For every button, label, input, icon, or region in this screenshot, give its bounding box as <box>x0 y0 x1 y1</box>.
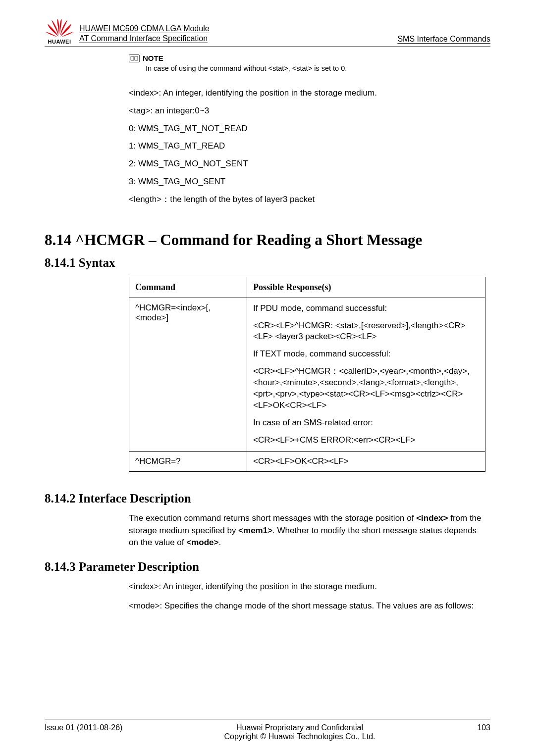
header-section-name: SMS Interface Commands <box>397 35 490 45</box>
page-footer: Issue 01 (2011-08-26) Huawei Proprietary… <box>45 719 490 741</box>
doc-title: HUAWEI MC509 CDMA LGA Module AT Command … <box>79 24 210 45</box>
para-length: <length>：the length of the bytes of laye… <box>129 194 485 205</box>
param-desc-index: <index>: An integer, identifying the pos… <box>129 581 485 593</box>
intf-text: The execution command returns short mess… <box>129 513 416 523</box>
interface-description-text: The execution command returns short mess… <box>129 512 485 549</box>
footer-page-number: 103 <box>451 723 490 732</box>
heading-hcmgr: 8.14 ^HCMGR – Command for Reading a Shor… <box>45 231 490 249</box>
footer-issue: Issue 01 (2011-08-26) <box>45 723 149 732</box>
para-tag-2: 2: WMS_TAG_MO_NOT_SENT <box>129 158 485 170</box>
resp-line: <CR><LF>+CMS ERROR:<err><CR><LF> <box>253 435 479 446</box>
resp-line: If PDU mode, command successful: <box>253 303 479 314</box>
resp-line: <CR><LF>^HCMGR: <stat>,[<reserved>],<len… <box>253 320 479 343</box>
intf-text: . <box>218 538 221 547</box>
heading-parameter-description: 8.14.3 Parameter Description <box>45 560 490 574</box>
th-response: Possible Response(s) <box>247 277 485 298</box>
intf-bold-mode: <mode> <box>186 538 218 547</box>
note-block: NOTE <box>129 54 485 62</box>
para-tag: <tag>: an integer:0~3 <box>129 105 485 117</box>
footer-copyright: Copyright © Huawei Technologies Co., Ltd… <box>149 732 451 741</box>
logo-text: HUAWEI <box>45 39 74 45</box>
intf-bold-mem1: <mem1> <box>238 526 272 535</box>
para-tag-1: 1: WMS_TAG_MT_READ <box>129 140 485 152</box>
huawei-logo: HUAWEI <box>45 19 74 45</box>
cell-cmd-1: ^HCMGR=<index>[,<mode>] <box>129 298 247 451</box>
th-command: Command <box>129 277 247 298</box>
footer-confidential: Huawei Proprietary and Confidential <box>149 723 451 732</box>
cell-cmd-2: ^HCMGR=? <box>129 451 247 471</box>
resp-line: <CR><LF>^HCMGR：<callerID>,<year>,<month>… <box>253 366 479 411</box>
note-text: In case of using the command without <st… <box>146 64 485 72</box>
footer-center: Huawei Proprietary and Confidential Copy… <box>149 723 451 741</box>
param-desc-mode: <mode>: Specifies the change mode of the… <box>129 600 485 612</box>
para-index: <index>: An integer, identifying the pos… <box>129 87 485 99</box>
intf-bold-index: <index> <box>416 513 448 523</box>
doc-title-line2: AT Command Interface Specification <box>79 34 210 44</box>
doc-title-line1: HUAWEI MC509 CDMA LGA Module <box>79 24 210 34</box>
heading-interface-description: 8.14.2 Interface Description <box>45 492 490 505</box>
cell-resp-2: <CR><LF>OK<CR><LF> <box>247 451 485 471</box>
syntax-table: Command Possible Response(s) ^HCMGR=<ind… <box>129 277 485 472</box>
resp-line: In case of an SMS-related error: <box>253 417 479 429</box>
note-label: NOTE <box>143 54 163 62</box>
header-left: HUAWEI HUAWEI MC509 CDMA LGA Module AT C… <box>45 19 210 45</box>
para-tag-0: 0: WMS_TAG_MT_NOT_READ <box>129 123 485 135</box>
heading-syntax: 8.14.1 Syntax <box>45 256 490 270</box>
resp-line: If TEXT mode, command successful: <box>253 349 479 360</box>
cell-resp-1: If PDU mode, command successful: <CR><LF… <box>247 298 485 451</box>
page-header: HUAWEI HUAWEI MC509 CDMA LGA Module AT C… <box>45 19 490 47</box>
para-tag-3: 3: WMS_TAG_MO_SENT <box>129 176 485 188</box>
note-book-icon <box>129 54 140 62</box>
